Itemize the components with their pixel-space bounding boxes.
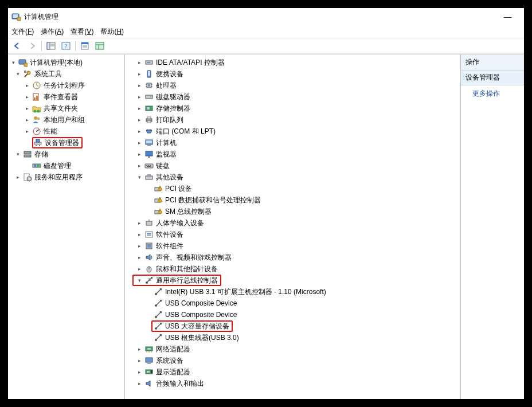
dev-hid[interactable]: ▸人体学输入设备 — [125, 217, 460, 229]
tree-system-tools[interactable]: ▾ 系统工具 — [8, 68, 124, 80]
dev-ide[interactable]: ▸IDE ATA/ATAPI 控制器 — [125, 57, 460, 68]
dev-ports[interactable]: ▸端口 (COM 和 LPT) — [125, 126, 460, 137]
minimize-button[interactable]: — — [495, 8, 521, 25]
show-hide-tree-button[interactable] — [44, 40, 58, 52]
expand-icon[interactable]: ▸ — [135, 93, 143, 101]
tree-performance[interactable]: ▸ 性能 — [8, 126, 124, 137]
expand-icon[interactable]: ▸ — [135, 116, 143, 124]
expand-icon[interactable]: ▸ — [23, 104, 31, 112]
expand-icon[interactable]: ▸ — [135, 265, 143, 273]
tree-task-scheduler[interactable]: ▸ 任务计划程序 — [8, 80, 124, 91]
tree-device-manager[interactable]: ▸ 设备管理器 — [8, 137, 124, 148]
dev-storagectrl[interactable]: ▸存储控制器 — [125, 103, 460, 114]
dev-other-sm[interactable]: !SM 总线控制器 — [125, 206, 460, 217]
dev-other-pci[interactable]: !PCI 设备 — [125, 183, 460, 194]
expand-icon[interactable]: ▸ — [135, 150, 143, 158]
svg-rect-2 — [17, 17, 21, 21]
expand-icon[interactable]: ▸ — [135, 379, 143, 388]
tree-item-label: 网络适配器 — [156, 345, 190, 354]
expand-icon[interactable]: ▸ — [23, 116, 31, 124]
actions-header: 操作 — [461, 54, 524, 71]
dev-mouse[interactable]: ▸鼠标和其他指针设备 — [125, 263, 460, 275]
dev-sound[interactable]: ▸声音、视频和游戏控制器 — [125, 252, 460, 263]
svg-point-37 — [29, 155, 30, 156]
expand-icon[interactable]: ▸ — [135, 368, 143, 376]
expand-icon[interactable]: ▸ — [135, 357, 143, 365]
svg-point-25 — [37, 110, 40, 113]
dev-display[interactable]: ▸显示适配器 — [125, 366, 460, 378]
svg-rect-71 — [148, 165, 149, 166]
menu-view[interactable]: 查看(V) — [71, 27, 93, 37]
dev-software-devices[interactable]: ▸软件设备 — [125, 229, 460, 240]
audio-icon — [144, 379, 154, 388]
tree-root[interactable]: ▾ 计算机管理(本地) — [8, 57, 124, 68]
scope-pane[interactable]: ▾ 计算机管理(本地) ▾ 系统工具 ▸ 任务计划 — [8, 54, 125, 399]
dev-software-components[interactable]: ▸软件组件 — [125, 240, 460, 252]
tree-event-viewer[interactable]: ▸ 事件查看器 — [8, 91, 124, 103]
expand-icon[interactable]: ▾ — [135, 173, 143, 181]
dev-usb-roothub[interactable]: USB 根集线器(USB 3.0) — [125, 332, 460, 343]
tree-item-label: 人体学输入设备 — [156, 218, 204, 228]
expand-icon[interactable]: ▸ — [23, 81, 31, 89]
expand-icon[interactable]: ▸ — [135, 70, 143, 78]
view-mode-button[interactable] — [93, 40, 107, 52]
svg-point-26 — [34, 116, 37, 120]
dev-portable[interactable]: ▸便携设备 — [125, 68, 460, 80]
expand-icon[interactable]: ▸ — [14, 173, 22, 181]
dev-diskdrives[interactable]: ▸磁盘驱动器 — [125, 91, 460, 103]
menu-help[interactable]: 帮助(H) — [100, 27, 124, 37]
expand-icon[interactable]: ▾ — [14, 70, 22, 78]
dev-monitor[interactable]: ▸监视器 — [125, 148, 460, 160]
actions-more[interactable]: 更多操作 — [461, 85, 524, 102]
svg-point-24 — [34, 110, 37, 113]
dev-usb-mass-storage[interactable]: USB 大容量存储设备 — [125, 320, 460, 332]
expand-icon[interactable]: ▸ — [135, 104, 143, 112]
dev-usb-composite-1[interactable]: USB Composite Device — [125, 298, 460, 309]
dev-network[interactable]: ▸网络适配器 — [125, 343, 460, 355]
expand-icon[interactable]: ▸ — [135, 242, 143, 250]
users-icon — [32, 115, 41, 124]
expand-icon[interactable]: ▸ — [135, 162, 143, 170]
menu-file[interactable]: 文件(F) — [11, 27, 34, 37]
expand-icon[interactable]: ▸ — [135, 81, 143, 89]
monitor-icon — [144, 150, 154, 159]
dev-other[interactable]: ▾其他设备 — [125, 171, 460, 183]
tree-local-users[interactable]: ▸ 本地用户和组 — [8, 114, 124, 126]
dev-printq[interactable]: ▸打印队列 — [125, 114, 460, 126]
tree-disk-mgmt[interactable]: ▸ 磁盘管理 — [8, 160, 124, 171]
back-button[interactable] — [10, 40, 24, 52]
dev-audio-io[interactable]: ▸音频输入和输出 — [125, 378, 460, 389]
dev-system[interactable]: ▸系统设备 — [125, 355, 460, 366]
expand-icon[interactable]: ▾ — [135, 276, 143, 284]
tree-services-apps[interactable]: ▸ 服务和应用程序 — [8, 171, 124, 183]
expand-icon[interactable]: ▸ — [23, 127, 31, 135]
help-button[interactable]: ? — [59, 40, 73, 52]
dev-computer[interactable]: ▸计算机 — [125, 137, 460, 148]
tree-item-label: USB 大容量存储设备 — [165, 322, 229, 331]
expand-icon[interactable]: ▸ — [135, 139, 143, 147]
menu-action[interactable]: 操作(A) — [41, 27, 64, 37]
expand-icon[interactable]: ▸ — [135, 58, 143, 66]
dev-other-pci-sig[interactable]: !PCI 数据捕获和信号处理控制器 — [125, 194, 460, 206]
forward-button[interactable] — [25, 40, 39, 52]
result-pane[interactable]: ▸IDE ATA/ATAPI 控制器 ▸便携设备 ▸处理器 ▸磁盘驱动器 ▸存储… — [125, 54, 461, 399]
expand-icon[interactable]: ▾ — [14, 150, 22, 158]
expand-icon[interactable]: ▾ — [9, 58, 17, 66]
tree-item-label: 计算机管理(本地) — [30, 58, 83, 68]
expand-icon[interactable]: ▸ — [135, 127, 143, 135]
svg-rect-98 — [160, 311, 162, 313]
dev-usb-controllers[interactable]: ▾ 通用串行总线控制器 — [125, 275, 460, 286]
expand-icon[interactable]: ▸ — [135, 230, 143, 238]
expand-icon[interactable]: ▸ — [135, 219, 143, 227]
expand-icon[interactable]: ▸ — [135, 345, 143, 353]
toolbar: ? — [8, 38, 524, 54]
expand-icon[interactable]: ▸ — [135, 253, 143, 261]
tree-storage[interactable]: ▾ 存储 — [8, 148, 124, 160]
dev-keyboard[interactable]: ▸键盘 — [125, 160, 460, 171]
tree-shared-folders[interactable]: ▸ 共享文件夹 — [8, 103, 124, 114]
expand-icon[interactable]: ▸ — [23, 93, 31, 101]
properties-button[interactable] — [78, 40, 92, 52]
dev-usb-intel[interactable]: Intel(R) USB 3.1 可扩展主机控制器 - 1.10 (Micros… — [125, 286, 460, 298]
dev-usb-composite-2[interactable]: USB Composite Device — [125, 309, 460, 320]
dev-cpu[interactable]: ▸处理器 — [125, 80, 460, 91]
